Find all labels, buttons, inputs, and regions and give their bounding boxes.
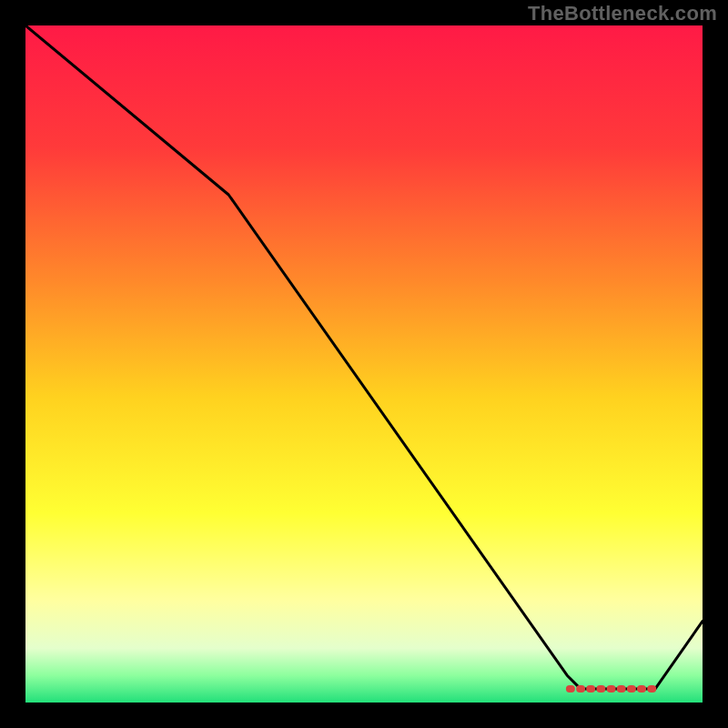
marker-dot (586, 685, 595, 693)
marker-dot (576, 685, 585, 693)
chart-frame: TheBottleneck.com (0, 0, 728, 728)
attribution-label: TheBottleneck.com (528, 2, 717, 25)
chart-background (25, 25, 703, 703)
marker-dot (596, 685, 605, 693)
chart-plot-area (25, 25, 703, 703)
marker-dot (617, 685, 626, 693)
chart-svg (25, 25, 703, 703)
marker-dot (627, 685, 636, 693)
marker-dot (607, 685, 616, 693)
marker-dot (637, 685, 646, 693)
marker-dot (566, 685, 575, 693)
marker-dot (647, 685, 656, 693)
optimal-markers (566, 685, 656, 693)
